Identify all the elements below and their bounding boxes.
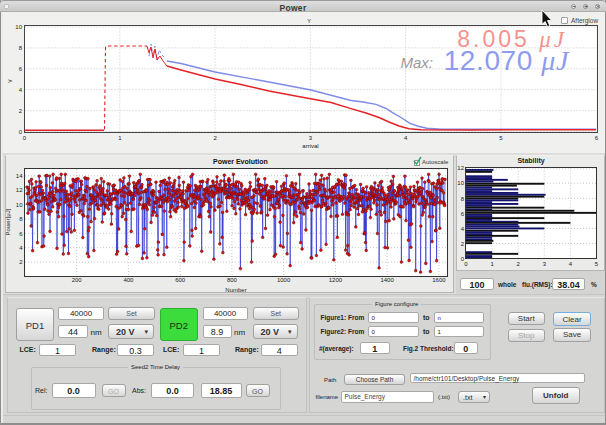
svg-text:1000: 1000	[277, 277, 291, 283]
svg-text:1: 1	[490, 261, 494, 267]
svg-text:4: 4	[461, 226, 465, 232]
svg-text:10: 10	[16, 202, 23, 208]
svg-text:0: 0	[464, 261, 468, 267]
svg-text:12: 12	[16, 187, 23, 193]
svg-text:12: 12	[457, 165, 464, 171]
svg-text:200: 200	[72, 277, 83, 283]
svg-text:4: 4	[569, 261, 573, 267]
svg-text:2: 2	[19, 259, 23, 265]
svg-text:2: 2	[461, 241, 465, 247]
svg-text:2: 2	[517, 261, 521, 267]
svg-text:6: 6	[461, 211, 465, 217]
svg-text:1600: 1600	[432, 277, 446, 283]
svg-text:14: 14	[16, 173, 23, 179]
svg-text:8: 8	[461, 196, 465, 202]
svg-text:Stability: Stability	[517, 157, 544, 165]
svg-text:600: 600	[175, 277, 186, 283]
svg-text:8: 8	[19, 216, 23, 222]
svg-text:800: 800	[227, 277, 238, 283]
svg-text:4: 4	[19, 245, 23, 251]
svg-text:6: 6	[19, 231, 23, 237]
svg-text:400: 400	[123, 277, 134, 283]
svg-text:1400: 1400	[380, 277, 394, 283]
svg-text:Number: Number	[225, 287, 246, 293]
svg-text:10: 10	[457, 180, 464, 186]
svg-text:Power[μJ]: Power[μJ]	[5, 208, 11, 235]
svg-text:1200: 1200	[329, 277, 343, 283]
svg-text:3: 3	[543, 261, 547, 267]
svg-text:5: 5	[595, 261, 599, 267]
